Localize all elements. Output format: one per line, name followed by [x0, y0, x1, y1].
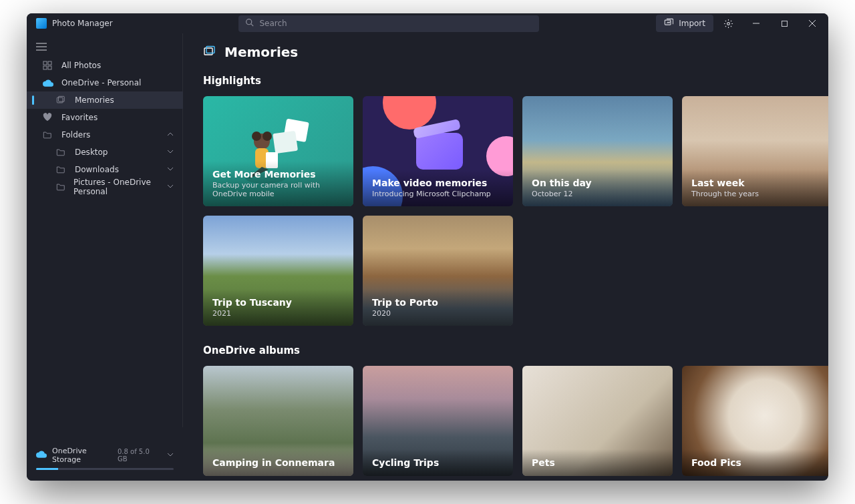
card-subtitle: Introducing Microsoft Clipchamp	[372, 190, 504, 198]
content[interactable]: Memories Highlights Get More MemoriesBac…	[183, 33, 828, 481]
svg-point-23	[252, 132, 261, 141]
card-title: On this day	[532, 178, 663, 188]
sidebar-item-label: Folders	[61, 130, 90, 140]
sidebar-item-label: Memories	[75, 95, 114, 105]
minimize-button[interactable]	[743, 13, 770, 33]
card-trip-to-porto[interactable]: Trip to Porto2020	[363, 216, 513, 326]
card-title: Cycling Trips	[372, 457, 504, 468]
sidebar-item-label: All Photos	[61, 61, 101, 70]
storage-bar	[36, 468, 174, 470]
clapper-icon	[416, 133, 463, 170]
card-get-more-memories[interactable]: Get More MemoriesBackup your camera roll…	[203, 96, 353, 206]
sidebar-item-downloads[interactable]: Downloads	[27, 161, 183, 178]
import-button[interactable]: Import	[656, 15, 713, 32]
storage-label: OneDrive Storage	[52, 447, 112, 464]
svg-rect-16	[59, 96, 65, 101]
card-overlay: Pets	[522, 449, 673, 476]
search-input[interactable]: Search	[238, 15, 539, 32]
section-heading-highlights: Highlights	[203, 75, 808, 87]
card-title: Last week	[691, 178, 823, 188]
search-icon	[245, 18, 254, 29]
folder-icon	[56, 165, 67, 174]
card-make-video-memories[interactable]: Make video memoriesIntroducing Microsoft…	[363, 96, 513, 206]
card-overlay: Trip to Porto2020	[363, 289, 513, 326]
sidebar-item-label: Downloads	[75, 165, 119, 174]
chevron-down-icon	[167, 182, 174, 192]
card-cycling-trips[interactable]: Cycling Trips	[363, 366, 513, 476]
sidebar-item-favorites[interactable]: Favorites	[27, 109, 183, 126]
card-on-this-day[interactable]: On this dayOctober 12	[522, 96, 673, 206]
card-overlay: Make video memoriesIntroducing Microsoft…	[363, 170, 513, 206]
settings-button[interactable]	[715, 13, 741, 33]
svg-rect-5	[782, 21, 787, 26]
card-title: Pets	[532, 457, 663, 468]
card-subtitle: 2020	[372, 309, 504, 318]
app-window: Photo Manager Search Import	[27, 13, 828, 481]
chevron-up-icon	[167, 130, 174, 140]
svg-rect-14	[48, 66, 51, 69]
card-subtitle: Backup your camera roll with OneDrive mo…	[212, 181, 344, 198]
folder-icon	[43, 130, 53, 140]
sidebar-item-desktop[interactable]: Desktop	[27, 144, 183, 161]
chevron-down-icon	[167, 451, 174, 460]
card-overlay: Food Pics	[682, 449, 828, 476]
import-label: Import	[679, 19, 705, 28]
card-overlay: On this dayOctober 12	[522, 170, 673, 206]
sidebar-item-label: Favorites	[61, 113, 98, 122]
highlights-grid: Get More MemoriesBackup your camera roll…	[203, 96, 808, 326]
sidebar: All PhotosOneDrive - PersonalMemoriesFav…	[27, 33, 183, 481]
card-title: Get More Memories	[212, 169, 344, 180]
svg-point-0	[246, 19, 252, 25]
import-icon	[664, 18, 673, 29]
memories-icon	[203, 45, 216, 59]
card-camping-in-connemara[interactable]: Camping in Connemara	[203, 366, 353, 476]
card-title: Camping in Connemara	[212, 457, 344, 468]
svg-point-3	[727, 22, 729, 25]
sidebar-item-all-photos[interactable]: All Photos	[27, 57, 183, 74]
grid-icon	[43, 61, 53, 70]
page-title-row: Memories	[203, 44, 808, 60]
sidebar-item-label: Desktop	[75, 148, 108, 157]
titlebar-center: Search	[122, 15, 657, 32]
svg-point-24	[263, 132, 272, 141]
svg-rect-13	[43, 66, 47, 69]
page-title: Memories	[224, 44, 298, 60]
card-overlay: Cycling Trips	[363, 449, 513, 476]
search-placeholder: Search	[259, 19, 287, 28]
maximize-button[interactable]	[771, 13, 798, 33]
card-pets[interactable]: Pets	[522, 366, 673, 476]
card-title: Make video memories	[372, 178, 504, 188]
sidebar-item-onedrive-personal[interactable]: OneDrive - Personal	[27, 74, 183, 91]
heart-icon	[43, 113, 53, 122]
chevron-down-icon	[167, 148, 174, 157]
cloud-icon	[43, 79, 53, 87]
svg-rect-11	[43, 61, 47, 65]
sidebar-item-label: OneDrive - Personal	[61, 78, 141, 87]
memories-icon	[56, 95, 67, 105]
card-trip-to-tuscany[interactable]: Trip to Tuscany2021	[203, 216, 353, 326]
section-heading-albums: OneDrive albums	[203, 344, 808, 356]
folder-icon	[56, 148, 67, 157]
card-last-week[interactable]: Last weekThrough the years	[682, 96, 828, 206]
sidebar-item-label: Pictures - OneDrive Personal	[73, 178, 167, 196]
sidebar-item-memories[interactable]: Memories	[27, 91, 183, 109]
card-title: Trip to Porto	[372, 297, 504, 308]
card-title: Trip to Tuscany	[212, 297, 344, 308]
close-button[interactable]	[799, 13, 826, 33]
hamburger-button[interactable]	[27, 37, 183, 57]
card-food-pics[interactable]: Food Pics	[682, 366, 828, 476]
card-subtitle: 2021	[212, 309, 344, 318]
storage-fill	[36, 468, 58, 470]
titlebar-right: Import	[656, 13, 828, 33]
storage-value: 0.8 of 5.0 GB	[118, 448, 158, 463]
card-title: Food Pics	[691, 457, 823, 468]
body: All PhotosOneDrive - PersonalMemoriesFav…	[27, 33, 828, 481]
svg-rect-15	[57, 97, 63, 103]
sidebar-item-folders[interactable]: Folders	[27, 126, 183, 144]
storage-row[interactable]: OneDrive Storage 0.8 of 5.0 GB	[36, 447, 174, 464]
nav: All PhotosOneDrive - PersonalMemoriesFav…	[27, 57, 183, 196]
cloud-icon	[36, 451, 47, 460]
svg-line-1	[251, 24, 253, 26]
sidebar-item-pictures-onedrive-personal[interactable]: Pictures - OneDrive Personal	[27, 178, 183, 196]
card-subtitle: October 12	[532, 190, 663, 198]
